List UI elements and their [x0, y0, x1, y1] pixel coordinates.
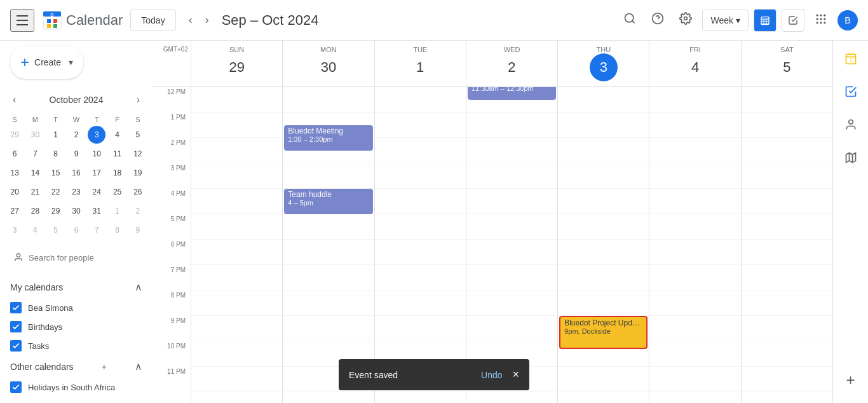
mini-cal-date[interactable]: 1	[47, 126, 65, 144]
collapse-my-calendars[interactable]: ∧	[135, 281, 142, 293]
svg-point-12	[684, 17, 688, 20]
other-calendar-item[interactable]: Holidays in South Africa	[0, 378, 153, 397]
today-button[interactable]: Today	[130, 10, 175, 31]
mini-cal-date[interactable]: 28	[26, 202, 44, 220]
my-calendars-label: My calendars	[10, 282, 63, 292]
collapse-other-calendars[interactable]: ∧	[135, 360, 142, 372]
calendar-view-button[interactable]	[754, 9, 776, 32]
search-button[interactable]	[618, 7, 641, 33]
snackbar-close-button[interactable]: ×	[512, 368, 519, 381]
search-people[interactable]: Search for people	[5, 247, 147, 268]
apps-button[interactable]	[810, 8, 832, 32]
add-panel-button[interactable]: +	[838, 367, 864, 393]
mini-cal-next[interactable]: ›	[134, 92, 142, 108]
day-col-thu[interactable]: Bluedot Project Update 9pm, Dockside	[557, 87, 649, 403]
mini-cal-header: ‹ October 2024 ›	[5, 89, 147, 113]
mini-cal-date[interactable]: 4	[26, 221, 44, 239]
mini-cal-date[interactable]: 31	[88, 202, 105, 220]
calendar-name: Birthdays	[28, 322, 62, 332]
day-header-fri: FRI 4	[649, 41, 740, 86]
mini-cal-date[interactable]: 26	[129, 183, 147, 201]
mini-cal-date[interactable]: 14	[26, 164, 44, 182]
calendar-event[interactable]: Bluedot Meeting 1:30 – 2:30pm	[284, 125, 372, 151]
next-arrow[interactable]: ›	[200, 8, 214, 32]
calendar-checkbox[interactable]	[10, 340, 22, 352]
mini-cal-date[interactable]: 16	[67, 164, 85, 182]
mini-cal-date[interactable]: 22	[47, 183, 65, 201]
mini-cal-date[interactable]: 9	[129, 221, 147, 239]
calendar-checkbox[interactable]	[10, 381, 22, 393]
day-col-sun[interactable]	[191, 87, 282, 403]
mini-cal-date[interactable]: 30	[67, 202, 85, 220]
mini-cal-date[interactable]: 24	[88, 183, 105, 201]
hour-line	[191, 290, 282, 316]
right-tasks-icon[interactable]	[838, 79, 864, 104]
mini-cal-date[interactable]: 12	[129, 145, 147, 163]
mini-cal-date[interactable]: 5	[129, 126, 147, 144]
mini-cal-date[interactable]: 7	[26, 145, 44, 163]
mini-cal-date[interactable]: 18	[109, 164, 126, 182]
mini-cal-date[interactable]: 6	[67, 221, 85, 239]
prev-arrow[interactable]: ‹	[184, 8, 198, 32]
my-calendar-item[interactable]: Birthdays	[0, 317, 153, 336]
mini-cal-date[interactable]: 4	[109, 126, 126, 144]
mini-cal-date[interactable]: 29	[6, 126, 24, 144]
mini-cal-date[interactable]: 1	[109, 202, 126, 220]
mini-cal-date[interactable]: 3	[88, 126, 105, 144]
svg-point-28	[17, 254, 20, 257]
view-selector[interactable]: Week ▾	[702, 10, 749, 31]
mini-cal-date[interactable]: 23	[67, 183, 85, 201]
settings-button[interactable]	[674, 7, 697, 33]
mini-cal-date[interactable]: 3	[6, 221, 24, 239]
mini-cal-date[interactable]: 2	[67, 126, 85, 144]
snackbar-undo-button[interactable]: Undo	[481, 370, 502, 380]
mini-cal-date[interactable]: 21	[26, 183, 44, 201]
right-contacts-icon[interactable]	[838, 112, 864, 137]
mini-cal-date[interactable]: 9	[67, 145, 85, 163]
right-maps-icon[interactable]	[838, 145, 864, 170]
mini-cal-date[interactable]: 8	[47, 145, 65, 163]
mini-cal-date[interactable]: 29	[47, 202, 65, 220]
day-col-wed[interactable]: Project Update 11:30am – 12:30pm	[466, 87, 557, 403]
hamburger-menu[interactable]	[10, 9, 34, 32]
help-button[interactable]	[646, 7, 669, 33]
tasks-view-button[interactable]	[782, 9, 804, 32]
time-label: 7 PM	[171, 266, 186, 273]
time-label: 8 PM	[171, 292, 186, 299]
day-col-mon[interactable]: Bluedot Meeting 1:30 – 2:30pm Team huddl…	[282, 87, 374, 403]
add-other-calendar[interactable]: +	[102, 362, 107, 372]
calendar-event[interactable]: Bluedot Project Update 9pm, Dockside	[559, 316, 648, 349]
mini-cal-date[interactable]: 7	[88, 221, 105, 239]
day-col-fri[interactable]	[649, 87, 740, 403]
svg-marker-33	[846, 153, 855, 163]
mini-cal-date[interactable]: 11	[109, 145, 126, 163]
my-calendar-item[interactable]: Bea Simona	[0, 298, 153, 317]
calendar-event[interactable]: Team huddle 4 – 5pm	[284, 189, 372, 214]
user-avatar[interactable]: B	[837, 10, 858, 31]
calendar-checkbox[interactable]	[10, 321, 22, 332]
my-calendar-item[interactable]: Tasks	[0, 336, 153, 355]
mini-cal-date[interactable]: 25	[109, 183, 126, 201]
calendar-event[interactable]: Project Update 11:30am – 12:30pm	[468, 87, 556, 100]
mini-cal-date[interactable]: 6	[6, 145, 24, 163]
mini-cal-date[interactable]: 30	[26, 126, 44, 144]
create-button[interactable]: + Create ▾	[10, 46, 83, 79]
mini-cal-prev[interactable]: ‹	[10, 92, 18, 108]
mini-cal-date[interactable]: 2	[129, 202, 147, 220]
day-col-tue[interactable]	[374, 87, 466, 403]
mini-cal-date[interactable]: 8	[109, 221, 126, 239]
mini-cal-date[interactable]: 19	[129, 164, 147, 182]
calendar-checkbox[interactable]	[10, 302, 22, 313]
day-col-sat[interactable]	[741, 87, 832, 403]
mini-cal-date[interactable]: 5	[47, 221, 65, 239]
right-calendar-icon[interactable]: 3	[838, 46, 864, 71]
mini-cal-date[interactable]: 27	[6, 202, 24, 220]
mini-cal-date[interactable]: 17	[88, 164, 105, 182]
time-label: 2 PM	[171, 139, 186, 146]
mini-cal-date[interactable]: 13	[6, 164, 24, 182]
mini-cal-date[interactable]: 10	[88, 145, 105, 163]
time-slot: 4 PM	[153, 189, 191, 214]
svg-point-19	[817, 15, 818, 17]
mini-cal-date[interactable]: 20	[6, 183, 24, 201]
mini-cal-date[interactable]: 15	[47, 164, 65, 182]
